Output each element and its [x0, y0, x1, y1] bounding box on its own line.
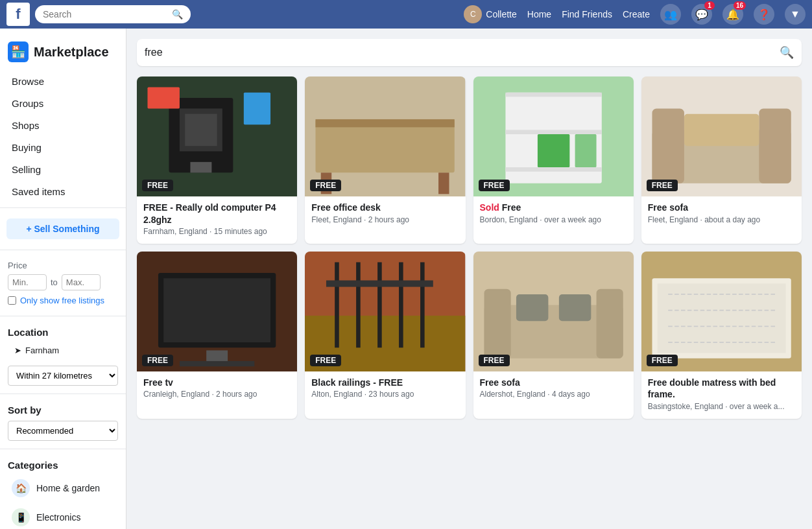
svg-rect-14: [505, 93, 601, 97]
sort-by-title: Sort by: [0, 399, 126, 418]
location-display[interactable]: ➤ Farnham: [8, 343, 118, 358]
sell-something-button[interactable]: + Sell Something: [6, 218, 119, 239]
listing-title: Free double matress with bed frame.: [648, 377, 795, 400]
price-range: to: [8, 274, 118, 290]
listing-image-wrap: FREE: [473, 76, 634, 196]
main-search-bar[interactable]: 🔍: [137, 39, 802, 66]
nav-search-icon: 🔍: [172, 9, 183, 19]
listing-card[interactable]: FREE FREE - Really old computer P4 2.8gh…: [137, 76, 297, 244]
notifications-icon-btn[interactable]: 🔔 16: [722, 4, 743, 25]
listing-image: [473, 252, 634, 371]
user-name: Collette: [486, 9, 516, 19]
listing-card[interactable]: FREE Black railings - FREE Alton, Englan…: [305, 252, 465, 419]
people-icon-btn[interactable]: 👥: [660, 4, 681, 25]
listing-info: Free office desk Fleet, England · 2 hour…: [305, 196, 465, 231]
listing-info: Sold Free Bordon, England · over a week …: [473, 196, 634, 231]
price-filter-section: Price to Only show free listings: [0, 255, 126, 311]
free-listing-checkbox[interactable]: [8, 296, 16, 305]
listing-image-wrap: FREE: [137, 76, 297, 196]
listing-title: FREE - Really old computer P4 2.8ghz: [143, 202, 291, 225]
cat-icon-1: 📱: [12, 508, 30, 526]
cat-label-0: Home & garden: [36, 483, 100, 493]
svg-rect-42: [558, 294, 590, 321]
nav-find-friends-link[interactable]: Find Friends: [562, 9, 612, 19]
svg-rect-41: [516, 294, 547, 321]
sidebar-item-groups[interactable]: Groups: [4, 93, 122, 114]
svg-rect-11: [438, 172, 449, 194]
listing-image: [641, 252, 802, 371]
listing-card[interactable]: FREE Free sofa Aldershot, England · 4 da…: [473, 252, 634, 419]
svg-rect-39: [484, 289, 510, 359]
listing-image: [305, 252, 465, 371]
top-navigation: f 🔍 C Collette Home Find Friends Create …: [0, 0, 812, 29]
svg-rect-16: [505, 167, 601, 172]
listing-title: Black railings - FREE: [311, 377, 459, 388]
sidebar-item-shops[interactable]: Shops: [4, 115, 122, 136]
listing-card[interactable]: FREE Free sofa Fleet, England · about a …: [641, 76, 802, 244]
nav-home-link[interactable]: Home: [527, 9, 551, 19]
listing-card[interactable]: FREE Free office desk Fleet, England · 2…: [305, 76, 465, 244]
listing-image: [473, 76, 634, 196]
listing-title: Free sofa: [480, 377, 627, 388]
free-badge: FREE: [647, 180, 678, 191]
listing-title: Sold Free: [480, 202, 627, 213]
listing-image-wrap: FREE: [641, 252, 802, 371]
sidebar-cat-item-0[interactable]: 🏠 Home & garden: [4, 474, 122, 502]
svg-rect-15: [505, 130, 601, 134]
sidebar-divider-3: [0, 316, 126, 316]
free-badge: FREE: [479, 355, 510, 366]
sidebar-item-saved[interactable]: Saved items: [4, 181, 122, 202]
sidebar-divider-4: [0, 394, 126, 394]
sidebar-item-selling[interactable]: Selling: [4, 159, 122, 180]
free-badge: FREE: [310, 355, 341, 366]
listing-image-wrap: FREE: [137, 252, 297, 371]
svg-rect-21: [652, 108, 684, 183]
location-value: Farnham: [25, 346, 59, 355]
svg-rect-26: [163, 278, 270, 342]
listing-image: [641, 76, 802, 196]
svg-rect-17: [537, 134, 569, 167]
listing-meta: Farnham, England · 15 minutes ago: [143, 227, 291, 236]
listing-info: Free tv Cranleigh, England · 2 hours ago: [137, 371, 297, 406]
listing-meta: Cranleigh, England · 2 hours ago: [143, 390, 291, 399]
svg-rect-9: [316, 119, 455, 127]
main-search-input[interactable]: [145, 44, 780, 61]
messenger-icon-btn[interactable]: 💬 1: [691, 4, 712, 25]
svg-rect-22: [759, 108, 791, 183]
sidebar-item-buying[interactable]: Buying: [4, 137, 122, 158]
messenger-badge: 1: [704, 1, 715, 10]
sort-by-dropdown[interactable]: Recommended: [8, 421, 118, 441]
facebook-logo: f: [6, 3, 30, 26]
price-min-input[interactable]: [8, 274, 47, 290]
listing-info: Free double matress with bed frame. Basi…: [641, 371, 802, 418]
listing-meta: Basingstoke, England · over a week a...: [648, 402, 795, 411]
within-kilometres-dropdown[interactable]: Within 27 kilometres: [8, 366, 118, 386]
sidebar-item-browse[interactable]: Browse: [4, 71, 122, 92]
sidebar-cat-item-1[interactable]: 📱 Electronics: [4, 503, 122, 529]
listing-meta: Alton, England · 23 hours ago: [311, 390, 459, 399]
listing-card[interactable]: FREE Free double matress with bed frame.…: [641, 252, 802, 419]
nav-search-input[interactable]: [43, 9, 168, 19]
free-badge: FREE: [142, 180, 173, 191]
listing-info: Free sofa Fleet, England · about a day a…: [641, 196, 802, 231]
svg-rect-4: [190, 162, 211, 172]
svg-rect-40: [596, 289, 623, 359]
free-badge: FREE: [310, 180, 341, 191]
nav-create-link[interactable]: Create: [623, 9, 650, 19]
listing-meta: Fleet, England · about a day ago: [648, 215, 795, 224]
location-title: Location: [0, 322, 126, 340]
sidebar-divider-1: [0, 207, 126, 208]
location-input-wrap: ➤ Farnham: [0, 340, 126, 363]
more-icon-btn[interactable]: ▼: [785, 4, 806, 25]
price-max-input[interactable]: [62, 274, 101, 290]
help-icon-btn[interactable]: ❓: [754, 4, 774, 25]
nav-search-bar[interactable]: 🔍: [35, 5, 191, 23]
nav-user[interactable]: C Collette: [464, 5, 516, 23]
free-listing-check: Only show free listings: [8, 296, 118, 305]
svg-rect-3: [185, 114, 217, 146]
listing-card[interactable]: FREE Free tv Cranleigh, England · 2 hour…: [137, 252, 297, 419]
main-search-icon[interactable]: 🔍: [780, 45, 794, 60]
listing-card[interactable]: FREE Sold Free Bordon, England · over a …: [473, 76, 634, 244]
sidebar-divider-2: [0, 250, 126, 250]
listing-meta: Aldershot, England · 4 days ago: [480, 390, 627, 399]
